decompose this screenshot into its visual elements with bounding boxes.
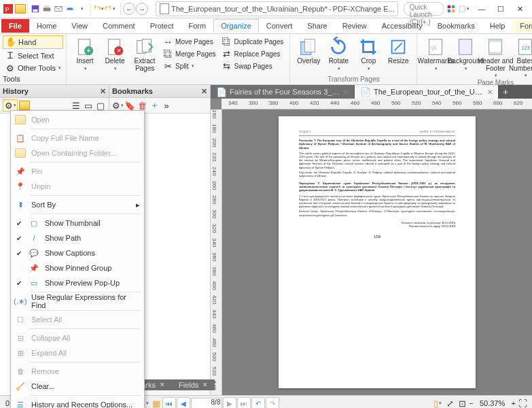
menu-unpin[interactable]: 📍Unpin: [12, 179, 143, 194]
hand-tool[interactable]: ✋Hand: [3, 35, 63, 49]
nav-fwd-icon[interactable]: →: [136, 3, 148, 15]
redo-icon[interactable]: [105, 3, 116, 14]
bookmarks-options-icon[interactable]: ⚙: [112, 100, 123, 111]
open-icon[interactable]: [15, 3, 26, 14]
insert-pages-button[interactable]: +Insert: [71, 35, 99, 71]
rotate-button[interactable]: Rotate: [324, 35, 353, 71]
menu-select-all[interactable]: ☐Select All: [12, 312, 143, 327]
menu-show-thumbnail[interactable]: ✔▢Show Thumbnail: [12, 216, 143, 231]
merge-pages-button[interactable]: ⿻Merge Pages: [160, 48, 217, 60]
save-icon[interactable]: [30, 3, 41, 14]
close-tab-icon[interactable]: ✕: [487, 88, 493, 96]
duplicate-pages-button[interactable]: ⿻Duplicate Pages: [219, 35, 286, 48]
prev-page-button[interactable]: ◀: [177, 397, 190, 408]
fit-page-icon[interactable]: ⊡: [457, 398, 467, 408]
tab-format[interactable]: Format: [512, 19, 532, 33]
menu-open[interactable]: Open: [12, 112, 143, 127]
zoom-input[interactable]: 50.37%: [475, 399, 510, 407]
print-icon[interactable]: [41, 3, 52, 14]
swap-pages-button[interactable]: ⇆Swap Pages: [219, 60, 286, 72]
watermarks-button[interactable]: WWatermarks: [421, 35, 450, 71]
header-footer-button[interactable]: Header and Footer: [481, 35, 510, 78]
next-view-button[interactable]: ↷: [266, 397, 279, 408]
close-tab-icon[interactable]: ✕: [343, 88, 349, 96]
tool-toggle-2[interactable]: [459, 3, 469, 14]
resize-button[interactable]: Resize: [384, 35, 412, 65]
history-view1-icon[interactable]: ☰: [71, 100, 82, 111]
history-open-icon[interactable]: [19, 100, 30, 111]
move-pages-button[interactable]: ↔Move Pages: [160, 35, 217, 48]
tab-accessibility[interactable]: Accessibility: [374, 19, 430, 33]
layout-icon[interactable]: ▦: [151, 398, 162, 408]
page-layout-dropdown[interactable]: ▯: [432, 398, 443, 408]
address-bar[interactable]: The_European_tour_of_the_Ukrainian_Repub…: [156, 1, 398, 16]
tab-review[interactable]: Review: [335, 19, 374, 33]
next-page-button[interactable]: ▶: [223, 397, 236, 408]
maximize-button[interactable]: ☐: [491, 1, 510, 16]
menu-clear[interactable]: 🧹Clear...: [12, 379, 143, 394]
menu-show-preview[interactable]: ✔▭Show Preview Pop-Up: [12, 275, 143, 290]
bookmarks-more-icon[interactable]: »: [161, 100, 172, 111]
tab-protect[interactable]: Protect: [143, 19, 181, 33]
tab-help[interactable]: Help: [482, 19, 513, 33]
history-view3-icon[interactable]: ▢: [95, 100, 106, 111]
crop-button[interactable]: Crop: [354, 35, 383, 71]
overlay-button[interactable]: Overlay: [294, 35, 323, 65]
menu-remove[interactable]: 🗑Remove: [12, 364, 143, 379]
undo-icon[interactable]: [93, 3, 104, 14]
tab-share[interactable]: Share: [300, 19, 334, 33]
menu-expand-all[interactable]: ⊞Expand All: [12, 345, 143, 360]
extract-pages-button[interactable]: Extract Pages: [130, 35, 159, 72]
page-input[interactable]: 8/8: [191, 398, 222, 408]
qat-more-dropdown[interactable]: [76, 3, 87, 14]
doc-tab-1[interactable]: 📄Fairies of the Four Seasons 3_Optimized…: [211, 85, 354, 99]
menu-show-path[interactable]: ✔/Show Path: [12, 231, 143, 245]
close-icon[interactable]: ✕: [160, 381, 165, 388]
tab-bookmarks[interactable]: Bookmarks: [430, 19, 482, 33]
tab-file[interactable]: File: [1, 19, 29, 33]
menu-sort-by[interactable]: ⬍Sort By▸: [12, 197, 143, 212]
bookmark-del-icon[interactable]: 🗑: [137, 100, 147, 111]
tool-toggle-1[interactable]: [446, 3, 456, 14]
history-view2-icon[interactable]: ▭: [83, 100, 94, 111]
menu-history-options[interactable]: ☰History and Recents Options...: [12, 397, 143, 408]
bookmarks-close-icon[interactable]: ✕: [201, 87, 207, 96]
bottom-tab-fields[interactable]: Fields✕: [172, 379, 215, 390]
menu-show-captions[interactable]: ✔💬Show Captions: [12, 245, 143, 260]
zoom-out-button[interactable]: −: [469, 399, 473, 407]
menu-regex[interactable]: (.∗)Use Regular Expressions for Find: [12, 294, 143, 309]
new-tab-button[interactable]: +: [499, 86, 512, 97]
tab-view[interactable]: View: [64, 19, 95, 33]
minimize-button[interactable]: —: [472, 1, 491, 16]
menu-show-pinned-group[interactable]: 📌Show Pinned Group: [12, 260, 143, 275]
replace-pages-button[interactable]: ⇄Replace Pages: [219, 48, 286, 60]
menu-open-containing[interactable]: Open Containing Folder...: [12, 146, 143, 160]
prev-view-button[interactable]: ↶: [251, 397, 265, 408]
history-close-icon[interactable]: ✕: [100, 87, 106, 96]
close-button[interactable]: ✕: [510, 1, 529, 16]
bookmark-new-icon[interactable]: ＋: [149, 100, 160, 111]
bates-button[interactable]: 123Bates Numbering: [511, 35, 532, 78]
doc-tab-2[interactable]: 📄The_European_tour_of_the_Ukrainian_Repu…: [355, 85, 498, 99]
fullscreen-icon[interactable]: ⛶: [517, 398, 528, 408]
background-button[interactable]: Background: [451, 35, 480, 71]
menu-collapse-all[interactable]: ⊟Collapse All: [12, 330, 143, 345]
nav-back-icon[interactable]: ←: [123, 3, 135, 15]
tab-organize[interactable]: Organize: [213, 19, 259, 33]
tab-form[interactable]: Form: [181, 19, 214, 33]
first-page-button[interactable]: ⏮: [162, 397, 176, 408]
split-pages-button[interactable]: ✂Split: [160, 60, 217, 72]
menu-copy-full-name[interactable]: 📋Copy Full File Name: [12, 131, 143, 146]
zoom-in-button[interactable]: +: [512, 399, 516, 407]
page-canvas[interactable]: РОЗДІЛ 1СЕРІЯ "ІСТОРИЧНІ НАУКИ" Peresunk…: [222, 109, 532, 395]
menu-pin[interactable]: 📌Pin: [12, 164, 143, 179]
last-page-button[interactable]: ⏭: [237, 397, 251, 408]
bookmark-add-icon[interactable]: 🔖: [124, 100, 135, 111]
tab-convert[interactable]: Convert: [259, 19, 300, 33]
fit-width-icon[interactable]: ⤢: [444, 398, 455, 408]
delete-pages-button[interactable]: ×Delete: [101, 35, 129, 71]
close-icon[interactable]: ✕: [202, 381, 208, 388]
other-tools-dropdown[interactable]: ⚙Other Tools: [3, 62, 63, 74]
scan-icon[interactable]: [65, 3, 75, 14]
select-text-tool[interactable]: ᏆSelect Text: [3, 50, 63, 62]
